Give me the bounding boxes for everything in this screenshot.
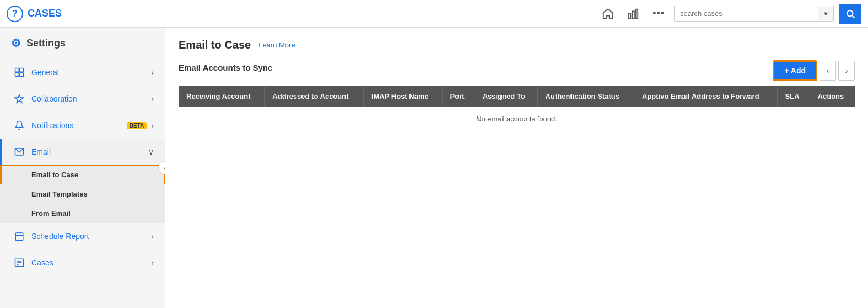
sidebar-item-notifications-label: Notifications — [31, 121, 123, 130]
chart-icon — [627, 8, 639, 20]
sidebar-item-collaboration-label: Collaboration — [31, 94, 151, 103]
sidebar-item-email-label: Email — [31, 147, 148, 156]
cases-icon — [13, 256, 26, 269]
home-button[interactable] — [598, 4, 618, 24]
search-container: ▼ — [674, 6, 834, 22]
chart-button[interactable] — [623, 4, 643, 24]
svg-rect-2 — [629, 14, 631, 18]
svg-text:?: ? — [12, 9, 18, 18]
svg-rect-3 — [632, 11, 634, 18]
from-email-label: From Email — [31, 209, 71, 217]
table-header: Receiving Account Addressed to Account I… — [179, 86, 855, 107]
email-accounts-table: Receiving Account Addressed to Account I… — [179, 86, 855, 131]
beta-badge: BETA — [127, 122, 147, 129]
sidebar-item-schedule-report[interactable]: Schedule Report › — [0, 223, 165, 249]
sidebar-nav: General › Collaboration › — [0, 59, 165, 308]
main-layout: ⚙ Settings General › — [0, 28, 868, 308]
next-icon: › — [845, 66, 848, 75]
collaboration-icon — [13, 92, 26, 105]
col-apptivo-email: Apptivo Email Address to Forward — [634, 86, 778, 107]
dropdown-icon: ▼ — [823, 10, 829, 17]
home-icon — [602, 8, 614, 20]
email-templates-label: Email Templates — [31, 190, 88, 198]
chevron-right-icon: › — [151, 121, 154, 130]
col-auth-status: Authentication Status — [537, 86, 634, 107]
top-navigation: ? CASES ••• ▼ — [0, 0, 868, 28]
svg-line-6 — [852, 15, 854, 18]
col-assigned-to: Assigned To — [475, 86, 537, 107]
empty-state-row: No email accounts found. — [179, 107, 855, 131]
email-to-case-label: Email to Case — [31, 171, 78, 179]
more-button[interactable]: ••• — [649, 4, 668, 24]
schedule-report-icon — [13, 230, 26, 243]
sidebar-sub-item-from-email[interactable]: From Email — [0, 204, 165, 223]
content-area: Email to Case Learn More Email Accounts … — [165, 28, 868, 308]
prev-page-button[interactable]: ‹ — [820, 61, 836, 81]
notifications-icon — [13, 119, 26, 132]
svg-point-5 — [847, 10, 853, 17]
col-imap-host: IMAP Host Name — [363, 86, 442, 107]
more-icon: ••• — [653, 8, 665, 19]
sidebar-item-email[interactable]: Email ∨ — [0, 139, 165, 165]
sidebar-sub-item-email-to-case[interactable]: Email to Case — [0, 165, 165, 184]
search-dropdown-button[interactable]: ▼ — [818, 7, 833, 20]
table-body: No email accounts found. — [179, 107, 855, 131]
svg-rect-10 — [20, 73, 24, 77]
chevron-right-icon: › — [151, 68, 154, 77]
sidebar-item-collaboration[interactable]: Collaboration › — [0, 86, 165, 112]
col-receiving-account: Receiving Account — [179, 86, 265, 107]
next-page-button[interactable]: › — [838, 61, 855, 81]
collapse-icon: ‹ — [164, 164, 165, 171]
svg-rect-9 — [15, 73, 19, 77]
svg-rect-12 — [15, 233, 23, 241]
chevron-down-icon: ∨ — [148, 147, 154, 156]
chevron-right-icon: › — [151, 258, 154, 267]
sidebar-item-notifications[interactable]: Notifications BETA › — [0, 112, 165, 139]
search-input[interactable] — [675, 6, 818, 21]
prev-icon: ‹ — [827, 66, 829, 75]
add-button[interactable]: + Add — [773, 60, 817, 81]
sidebar-sub-item-email-templates[interactable]: Email Templates — [0, 184, 165, 204]
sidebar: ⚙ Settings General › — [0, 28, 165, 308]
svg-rect-7 — [15, 68, 19, 72]
col-sla: SLA — [777, 86, 810, 107]
gear-icon: ⚙ — [11, 36, 21, 50]
email-sub-menu: Email to Case Email Templates From Email — [0, 165, 165, 223]
learn-more-link[interactable]: Learn More — [258, 41, 295, 49]
chevron-right-icon: › — [151, 94, 154, 103]
sidebar-item-schedule-report-label: Schedule Report — [31, 232, 151, 241]
col-actions: Actions — [810, 86, 855, 107]
search-go-button[interactable] — [839, 4, 861, 24]
svg-rect-8 — [20, 68, 24, 72]
sidebar-item-general-label: General — [31, 68, 151, 77]
app-logo-icon: ? — [7, 6, 23, 22]
sidebar-item-general[interactable]: General › — [0, 59, 165, 86]
sidebar-item-cases-label: Cases — [31, 258, 151, 267]
general-icon — [13, 66, 26, 79]
col-addressed-to-account: Addressed to Account — [265, 86, 364, 107]
app-name: CASES — [28, 8, 62, 19]
content-header: Email to Case Learn More — [179, 39, 855, 51]
app-logo[interactable]: ? CASES — [7, 6, 62, 22]
settings-title: Settings — [26, 38, 66, 49]
svg-rect-4 — [636, 9, 638, 18]
settings-header: ⚙ Settings — [0, 28, 165, 59]
email-icon — [13, 145, 26, 158]
page-title: Email to Case — [179, 39, 251, 51]
chevron-right-icon: › — [151, 232, 154, 241]
section-title: Email Accounts to Sync — [179, 63, 272, 72]
col-port: Port — [442, 86, 475, 107]
empty-message: No email accounts found. — [179, 107, 855, 131]
search-icon — [845, 9, 855, 19]
sidebar-item-cases[interactable]: Cases › — [0, 249, 165, 276]
